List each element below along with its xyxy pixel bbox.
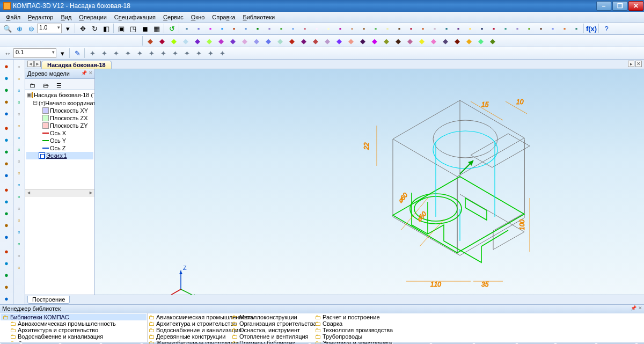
close-button[interactable]: ✕ bbox=[628, 1, 643, 11]
wireframe-icon[interactable]: ▣ bbox=[116, 23, 127, 34]
toolbar-button[interactable]: ✦ bbox=[205, 48, 216, 58]
tree-tb-btn[interactable]: 🗁 bbox=[40, 80, 51, 91]
toolbar-button[interactable]: ◆ bbox=[357, 35, 368, 46]
toolbar-button[interactable]: ▪ bbox=[264, 23, 275, 34]
toolbar-button[interactable]: ✦ bbox=[111, 48, 121, 58]
toolbar-button[interactable]: ▪ bbox=[229, 23, 239, 34]
toolbar-button[interactable]: ▪ bbox=[441, 23, 452, 34]
menu-help[interactable]: Справка bbox=[208, 13, 239, 21]
model-tree[interactable]: ▣Насадка боковая-18 (Тел-0) ⊟(т)Начало к… bbox=[25, 90, 94, 189]
toolbar-button[interactable]: ◆ bbox=[393, 35, 404, 46]
toolbar-button[interactable]: ▪ bbox=[571, 23, 582, 34]
toolbar-button[interactable]: ✦ bbox=[217, 48, 228, 58]
tree-root[interactable]: Насадка боковая-18 (Тел-0) bbox=[34, 92, 94, 98]
toolbar-button[interactable]: ▪ bbox=[323, 23, 334, 34]
toolbar-button[interactable]: ◆ bbox=[428, 35, 439, 46]
lib-list[interactable]: 🗀Авиакосмическая промышленность 🗀Архитек… bbox=[148, 313, 644, 342]
left-tool-button-2[interactable]: ▫ bbox=[14, 108, 25, 119]
toolbar-button[interactable]: ◆ bbox=[275, 35, 286, 46]
toolbar-button[interactable]: ▪ bbox=[382, 23, 393, 34]
left-tool-button-2[interactable]: ▫ bbox=[14, 97, 25, 107]
toolbar-button[interactable]: ◆ bbox=[287, 35, 297, 46]
toolbar-button[interactable]: ▪ bbox=[536, 23, 546, 34]
tab-pin-icon[interactable]: ▸ bbox=[628, 61, 634, 67]
pan-icon[interactable]: ✥ bbox=[77, 23, 88, 34]
toolbar-button[interactable]: ▪ bbox=[512, 23, 523, 34]
toolbar-button[interactable]: ▪ bbox=[217, 23, 228, 34]
toolbar-button[interactable]: ◆ bbox=[475, 35, 486, 46]
toolbar-button[interactable]: ◆ bbox=[381, 35, 392, 46]
panel-close-icon[interactable]: ✕ bbox=[637, 305, 643, 311]
left-tool-button[interactable]: ● bbox=[1, 123, 12, 134]
toolbar-button[interactable]: ◆ bbox=[310, 35, 321, 46]
left-tool-button[interactable]: ● bbox=[1, 293, 12, 304]
toolbar-button[interactable]: ◆ bbox=[204, 35, 215, 46]
left-tool-button-2[interactable]: ▫ bbox=[14, 191, 25, 202]
toolbar-button[interactable]: ✦ bbox=[146, 48, 157, 58]
hidden-icon[interactable]: ◳ bbox=[128, 23, 138, 34]
maximize-button[interactable]: ❐ bbox=[612, 1, 627, 11]
left-tool-button-2[interactable]: ▫ bbox=[14, 85, 25, 96]
left-tool-button[interactable]: ● bbox=[1, 269, 12, 280]
left-tool-button-2[interactable]: ▫ bbox=[14, 203, 25, 214]
zoom-out-icon[interactable]: ⊖ bbox=[26, 23, 36, 34]
toolbar-button[interactable]: ▪ bbox=[429, 23, 440, 34]
left-tool-button[interactable]: ● bbox=[1, 185, 12, 195]
toolbar-button[interactable]: ▪ bbox=[193, 23, 204, 34]
toolbar-button[interactable]: ◆ bbox=[416, 35, 427, 46]
toolbar-button[interactable]: ✦ bbox=[87, 48, 98, 58]
toolbar-button[interactable]: ▪ bbox=[406, 23, 416, 34]
toolbar-button[interactable]: ◆ bbox=[440, 35, 451, 46]
fx-icon[interactable]: f(x) bbox=[586, 23, 597, 34]
left-tool-button-2[interactable]: ▫ bbox=[14, 144, 25, 155]
menu-window[interactable]: Окно bbox=[187, 13, 209, 21]
rotate-icon[interactable]: ↻ bbox=[89, 23, 100, 34]
step-drop[interactable]: ▾ bbox=[57, 48, 68, 58]
toolbar-button[interactable]: ◆ bbox=[464, 35, 474, 46]
menu-libraries[interactable]: Библиотеки bbox=[239, 13, 279, 21]
toolbar-button[interactable]: ▪ bbox=[335, 23, 346, 34]
tab-close-icon[interactable]: ✕ bbox=[635, 61, 642, 67]
tree-axis[interactable]: Ось Z bbox=[50, 145, 66, 151]
toolbar-button[interactable]: ▪ bbox=[488, 23, 499, 34]
toolbar-button[interactable]: ✦ bbox=[170, 48, 180, 58]
toolbar-button[interactable]: ▪ bbox=[252, 23, 263, 34]
toolbar-button[interactable]: ◆ bbox=[180, 35, 191, 46]
lib-tree[interactable]: 🗀Библиотеки КОМПАС 🗀Авиакосмическая пром… bbox=[0, 313, 148, 342]
toolbar-button[interactable]: ▪ bbox=[500, 23, 511, 34]
left-tool-button-2[interactable]: ▫ bbox=[14, 61, 25, 72]
panel-close-icon[interactable]: ✕ bbox=[87, 70, 93, 76]
left-tool-button[interactable]: ● bbox=[1, 147, 12, 157]
toolbar-button[interactable]: ▪ bbox=[240, 23, 251, 34]
left-tool-button-2[interactable]: ▫ bbox=[14, 262, 25, 273]
left-tool-button[interactable]: ● bbox=[1, 85, 12, 96]
tree-hscroll[interactable] bbox=[25, 189, 94, 197]
menu-operations[interactable]: Операции bbox=[75, 13, 110, 21]
menu-file[interactable]: Файл bbox=[2, 13, 24, 21]
left-tool-button[interactable]: ● bbox=[1, 208, 12, 218]
toolbar-button[interactable]: ▪ bbox=[288, 23, 298, 34]
toolbar-button[interactable]: ◆ bbox=[169, 35, 179, 46]
toolbar-button[interactable]: ▪ bbox=[559, 23, 570, 34]
tree-plane[interactable]: Плоскость ZY bbox=[50, 122, 88, 129]
toolbar-button[interactable]: ▪ bbox=[276, 23, 287, 34]
toolbar-button[interactable]: ◆ bbox=[251, 35, 262, 46]
left-tool-button[interactable]: ● bbox=[1, 73, 12, 84]
menu-service[interactable]: Сервис bbox=[159, 13, 187, 21]
panel-pin-icon[interactable]: 📌 bbox=[631, 305, 636, 311]
toolbar-button[interactable]: ▪ bbox=[465, 23, 475, 34]
panel-pin-icon[interactable]: 📌 bbox=[81, 70, 87, 76]
bottom-tab-build[interactable]: Построение bbox=[27, 296, 70, 304]
left-tool-button-2[interactable]: ▫ bbox=[14, 156, 25, 166]
toolbar-button[interactable]: ◆ bbox=[452, 35, 463, 46]
perspective-icon[interactable]: ▦ bbox=[151, 23, 162, 34]
toolbar-button[interactable]: ◆ bbox=[157, 35, 167, 46]
toolbar-button[interactable]: ◆ bbox=[369, 35, 380, 46]
toolbar-button[interactable]: ▪ bbox=[205, 23, 216, 34]
zoom-combo[interactable]: 1.0 bbox=[37, 24, 62, 33]
toolbar-button[interactable]: ✦ bbox=[99, 48, 109, 58]
toolbar-button[interactable]: ▪ bbox=[370, 23, 381, 34]
tab-prev-button[interactable]: ◄ bbox=[27, 61, 34, 67]
orient-icon[interactable]: ◧ bbox=[101, 23, 112, 34]
toolbar-button[interactable]: ◆ bbox=[145, 35, 156, 46]
